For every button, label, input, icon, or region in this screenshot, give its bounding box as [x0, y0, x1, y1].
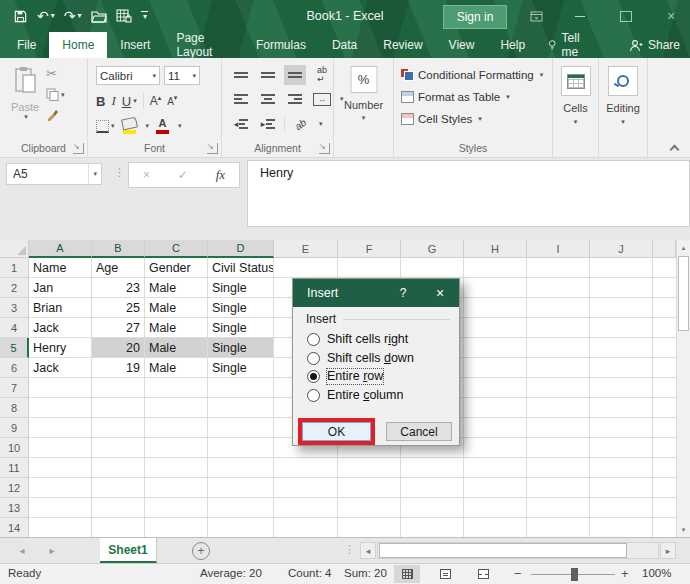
zoom-out-button[interactable]: −: [514, 566, 522, 581]
tab-help[interactable]: Help: [487, 32, 538, 58]
cell-B14[interactable]: [92, 518, 145, 537]
save-button[interactable]: [10, 7, 31, 26]
cell-E1[interactable]: [274, 258, 338, 278]
cell-A11[interactable]: [29, 458, 92, 478]
scroll-up-icon[interactable]: ▴: [677, 240, 690, 255]
minimize-button[interactable]: [563, 0, 597, 32]
cell-C8[interactable]: [145, 398, 208, 418]
tell-me-button[interactable]: Tell me: [538, 32, 601, 58]
cell-A3[interactable]: Brian: [29, 298, 92, 318]
align-top-button[interactable]: [230, 65, 252, 85]
cell-D1[interactable]: Civil Status: [208, 258, 274, 278]
column-header-F[interactable]: F: [338, 240, 401, 258]
cell-H3[interactable]: [464, 298, 527, 318]
column-header-I[interactable]: I: [527, 240, 590, 258]
cell-B12[interactable]: [92, 478, 145, 498]
tab-scroll-divider-icon[interactable]: ⋮: [344, 543, 355, 556]
cell-D6[interactable]: Single: [208, 358, 274, 378]
borders-button[interactable]: ▾: [96, 120, 115, 133]
radio-icon[interactable]: [307, 333, 320, 346]
previous-sheet-icon[interactable]: ◂: [12, 538, 32, 563]
cell-J9[interactable]: [590, 418, 653, 438]
cell-C6[interactable]: Male: [145, 358, 208, 378]
row-header-4[interactable]: 4: [0, 318, 29, 338]
cell-J3[interactable]: [590, 298, 653, 318]
cell-C3[interactable]: Male: [145, 298, 208, 318]
cell-J7[interactable]: [590, 378, 653, 398]
redo-button[interactable]: ↷▾: [61, 7, 85, 25]
radio-icon[interactable]: [307, 352, 320, 365]
underline-button[interactable]: U▾: [122, 94, 137, 109]
tab-page-layout[interactable]: Page Layout: [163, 32, 243, 58]
name-box-dropdown-icon[interactable]: ▾: [88, 164, 101, 184]
shrink-font-button[interactable]: A▾: [167, 96, 177, 107]
cell-B13[interactable]: [92, 498, 145, 518]
tab-data[interactable]: Data: [319, 32, 370, 58]
insert-function-button[interactable]: fx: [216, 167, 225, 183]
enter-entry-button[interactable]: ✓: [178, 168, 188, 182]
cell-B8[interactable]: [92, 398, 145, 418]
cell-H2[interactable]: [464, 278, 527, 298]
row-header-10[interactable]: 10: [0, 438, 29, 458]
decrease-indent-button[interactable]: ◂: [230, 114, 252, 134]
cell-C4[interactable]: Male: [145, 318, 208, 338]
share-button[interactable]: Share: [619, 32, 690, 58]
alignment-dialog-launcher[interactable]: ↘: [319, 143, 330, 154]
cell-I5[interactable]: [527, 338, 590, 358]
cell-G12[interactable]: [401, 478, 464, 498]
cell-G13[interactable]: [401, 498, 464, 518]
tab-sheet1[interactable]: Sheet1: [100, 538, 157, 563]
font-size-combo[interactable]: 11▾: [164, 66, 200, 85]
zoom-slider-thumb[interactable]: [571, 568, 578, 581]
cell-A2[interactable]: Jan: [29, 278, 92, 298]
radio-icon[interactable]: [307, 389, 320, 402]
cell-D3[interactable]: Single: [208, 298, 274, 318]
insert-option-entire-column[interactable]: Entire column: [307, 387, 403, 403]
grow-font-button[interactable]: A▴: [150, 94, 162, 108]
font-color-button[interactable]: A: [156, 118, 169, 134]
tab-formulas[interactable]: Formulas: [243, 32, 319, 58]
cell-D4[interactable]: Single: [208, 318, 274, 338]
row-header-14[interactable]: 14: [0, 518, 29, 537]
cell-I6[interactable]: [527, 358, 590, 378]
cell-C9[interactable]: [145, 418, 208, 438]
cell-D5[interactable]: Single: [208, 338, 274, 358]
cell-C1[interactable]: Gender: [145, 258, 208, 278]
column-header-B[interactable]: B: [92, 240, 145, 258]
cell-B9[interactable]: [92, 418, 145, 438]
cell-H6[interactable]: [464, 358, 527, 378]
column-header-A[interactable]: A: [29, 240, 92, 258]
align-middle-button[interactable]: [257, 65, 279, 85]
page-layout-view-button[interactable]: [432, 565, 458, 583]
italic-button[interactable]: I: [111, 93, 115, 109]
radio-icon[interactable]: [307, 370, 320, 383]
cell-I2[interactable]: [527, 278, 590, 298]
column-header-H[interactable]: H: [464, 240, 527, 258]
cell-H11[interactable]: [464, 458, 527, 478]
row-header-9[interactable]: 9: [0, 418, 29, 438]
cell-D11[interactable]: [208, 458, 274, 478]
orientation-button[interactable]: ab: [290, 114, 312, 134]
cell-I1[interactable]: [527, 258, 590, 278]
cell-F13[interactable]: [338, 498, 401, 518]
cell-C2[interactable]: Male: [145, 278, 208, 298]
cell-I3[interactable]: [527, 298, 590, 318]
merge-center-button[interactable]: ↔: [311, 89, 333, 109]
close-button[interactable]: ×: [654, 0, 688, 32]
cell-F11[interactable]: [338, 458, 401, 478]
cell-I7[interactable]: [527, 378, 590, 398]
zoom-level[interactable]: 100%: [642, 567, 671, 579]
customize-qat-button[interactable]: ▾: [138, 9, 151, 23]
row-header-8[interactable]: 8: [0, 398, 29, 418]
ok-button[interactable]: OK: [302, 422, 371, 441]
collapse-ribbon-button[interactable]: [670, 143, 678, 151]
tab-review[interactable]: Review: [370, 32, 435, 58]
format-painter-button[interactable]: [46, 108, 59, 121]
cell-A12[interactable]: [29, 478, 92, 498]
cell-C10[interactable]: [145, 438, 208, 458]
cell-C5[interactable]: Male: [145, 338, 208, 358]
vertical-scroll-thumb[interactable]: [678, 256, 689, 331]
select-all-corner[interactable]: [0, 240, 29, 258]
cell-A14[interactable]: [29, 518, 92, 537]
tab-home[interactable]: Home: [49, 32, 107, 58]
